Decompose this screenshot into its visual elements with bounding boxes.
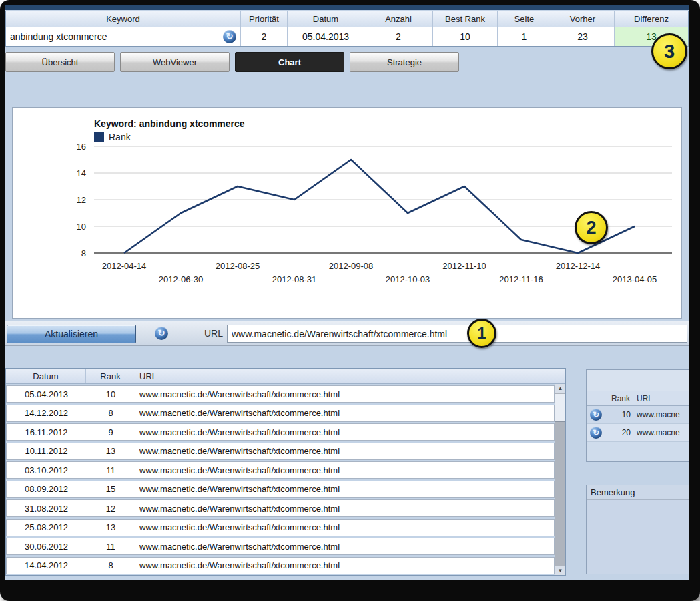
tab-uebersicht[interactable]: Übersicht	[5, 52, 115, 72]
table-row[interactable]: 31.08.201212www.macnetic.de/Warenwirtsch…	[6, 499, 555, 517]
callout-badge-1: 1	[467, 319, 496, 348]
x-tick-label: 2012-08-31	[272, 274, 317, 284]
url-toolbar: Aktualisieren ↻ URL	[5, 321, 689, 346]
y-tick-label: 8	[81, 248, 86, 258]
keyword-value: anbindung xtcommerce	[10, 31, 107, 42]
side-rank-url-panel: Rank URL ↻ 10 www.macne ↻ 20 www.macne	[586, 369, 689, 462]
table-cell: www.macnetic.de/Warenwirtschaft/xtcommer…	[135, 408, 554, 418]
side-row[interactable]: ↻ 20 www.macne	[587, 424, 689, 442]
table-row[interactable]: 30.06.201211www.macnetic.de/Warenwirtsch…	[6, 538, 555, 555]
url-input[interactable]	[227, 325, 687, 343]
table-row[interactable]: 14.12.20128www.macnetic.de/Warenwirtscha…	[6, 405, 555, 422]
history-table-body: 05.04.201310www.macnetic.de/Warenwirtsch…	[6, 384, 555, 575]
x-tick-label: 2012-08-25	[216, 261, 260, 271]
side-col-rank: Rank	[605, 394, 633, 403]
table-cell: 13	[86, 446, 135, 456]
col-header-keyword: Keyword	[6, 11, 241, 27]
table-cell: 8	[86, 408, 135, 418]
table-cell: www.macnetic.de/Warenwirtschaft/xtcommer…	[135, 389, 554, 399]
table-cell: 14.04.2012	[7, 560, 86, 570]
col-header-best-rank: Best Rank	[433, 11, 498, 27]
table-cell: www.macnetic.de/Warenwirtschaft/xtcommer…	[135, 446, 554, 456]
table-cell: 10.11.2012	[7, 446, 86, 456]
table-row[interactable]: 16.11.20129www.macnetic.de/Warenwirtscha…	[6, 423, 555, 441]
keyword-cell: anbindung xtcommerce ↻	[6, 27, 241, 46]
table-row[interactable]: 05.04.201310www.macnetic.de/Warenwirtsch…	[6, 385, 555, 403]
col-header-prioritaet: Priorität	[241, 11, 288, 27]
bemerkung-panel: Bemerkung	[586, 485, 689, 574]
table-cell: www.macnetic.de/Warenwirtschaft/xtcommer…	[135, 560, 554, 570]
app-window: Keyword Priorität Datum Anzahl Best Rank…	[5, 5, 689, 580]
refresh-icon[interactable]: ↻	[155, 327, 168, 340]
rank-history-table: Datum Rank URL 05.04.201310www.macnetic.…	[5, 368, 566, 576]
chart-legend: Rank	[94, 132, 131, 142]
x-tick-label: 2012-04-14	[102, 261, 147, 271]
table-cell: 15	[86, 484, 135, 494]
refresh-icon[interactable]: ↻	[223, 30, 236, 43]
side-panel-header: Rank URL	[587, 391, 689, 406]
vorher-value: 23	[551, 27, 615, 46]
keyword-table-header: Keyword Priorität Datum Anzahl Best Rank…	[6, 11, 688, 27]
history-col-rank: Rank	[86, 369, 135, 383]
x-tick-label: 2013-04-05	[613, 274, 657, 284]
history-table-header: Datum Rank URL	[6, 369, 565, 384]
x-tick-label: 2012-11-10	[442, 261, 486, 271]
col-header-vorher: Vorher	[551, 11, 615, 27]
table-cell: 16.11.2012	[7, 427, 86, 437]
y-tick-label: 16	[77, 142, 86, 152]
side-row[interactable]: ↻ 10 www.macne	[587, 406, 689, 424]
seite-value: 1	[498, 27, 551, 46]
scroll-down-icon[interactable]: ▼	[555, 566, 565, 575]
url-label: URL	[179, 328, 223, 339]
table-cell: 05.04.2013	[7, 389, 86, 399]
x-tick-label: 2012-11-16	[499, 274, 543, 284]
table-cell: 14.12.2012	[7, 408, 86, 418]
scrollbar-thumb[interactable]	[555, 394, 565, 422]
scroll-up-icon[interactable]: ▲	[555, 384, 565, 393]
history-col-datum: Datum	[6, 369, 86, 383]
x-tick-label: 2012-09-08	[329, 261, 374, 271]
table-cell: 12	[86, 504, 135, 514]
bemerkung-textarea[interactable]	[587, 500, 689, 574]
table-row[interactable]: 08.09.201215www.macnetic.de/Warenwirtsch…	[6, 481, 555, 498]
table-row[interactable]: 14.04.20128www.macnetic.de/Warenwirtscha…	[6, 557, 555, 574]
table-cell: 11	[86, 465, 135, 475]
tab-chart[interactable]: Chart	[235, 52, 344, 72]
side-rank-value: 20	[605, 428, 633, 437]
x-tick-label: 2012-12-14	[556, 261, 601, 271]
keyword-table-row[interactable]: anbindung xtcommerce ↻ 2 05.04.2013 2 10…	[6, 27, 688, 46]
legend-label-rank: Rank	[109, 132, 131, 142]
y-tick-label: 14	[77, 168, 86, 178]
table-row[interactable]: 03.10.201211www.macnetic.de/Warenwirtsch…	[6, 461, 555, 479]
y-tick-label: 10	[77, 222, 86, 232]
col-header-seite: Seite	[498, 11, 551, 27]
anzahl-value: 2	[364, 27, 433, 46]
table-cell: 9	[86, 427, 135, 437]
tab-webviewer[interactable]: WebViewer	[120, 52, 230, 72]
refresh-icon[interactable]: ↻	[590, 409, 602, 421]
table-row[interactable]: 10.11.201213www.macnetic.de/Warenwirtsch…	[6, 443, 555, 460]
table-cell: 31.08.2012	[7, 504, 86, 514]
bemerkung-label: Bemerkung	[587, 485, 689, 500]
aktualisieren-button[interactable]: Aktualisieren	[7, 325, 136, 343]
side-url-value: www.macne	[633, 410, 689, 419]
col-header-differenz: Differenz	[615, 11, 688, 27]
toolbar-divider	[147, 321, 147, 345]
table-cell: www.macnetic.de/Warenwirtschaft/xtcommer…	[135, 427, 554, 437]
side-panel-top-strip	[587, 370, 689, 391]
refresh-icon[interactable]: ↻	[590, 427, 602, 439]
table-row[interactable]: 25.08.201213www.macnetic.de/Warenwirtsch…	[6, 519, 555, 536]
y-tick-label: 12	[77, 195, 86, 205]
table-cell: 30.06.2012	[7, 542, 86, 552]
side-url-value: www.macne	[633, 428, 689, 437]
callout-badge-2: 2	[575, 211, 608, 244]
rank-series-line	[124, 160, 635, 253]
table-cell: 25.08.2012	[7, 522, 86, 532]
legend-swatch-rank	[94, 132, 104, 142]
table-cell: www.macnetic.de/Warenwirtschaft/xtcommer…	[135, 522, 554, 532]
table-cell: 08.09.2012	[7, 484, 86, 494]
tab-strategie[interactable]: Strategie	[350, 52, 459, 72]
history-scrollbar[interactable]: ▲ ▼	[555, 384, 565, 575]
side-col-url: URL	[633, 394, 689, 403]
tab-bar: Übersicht WebViewer Chart Strategie	[5, 52, 459, 72]
